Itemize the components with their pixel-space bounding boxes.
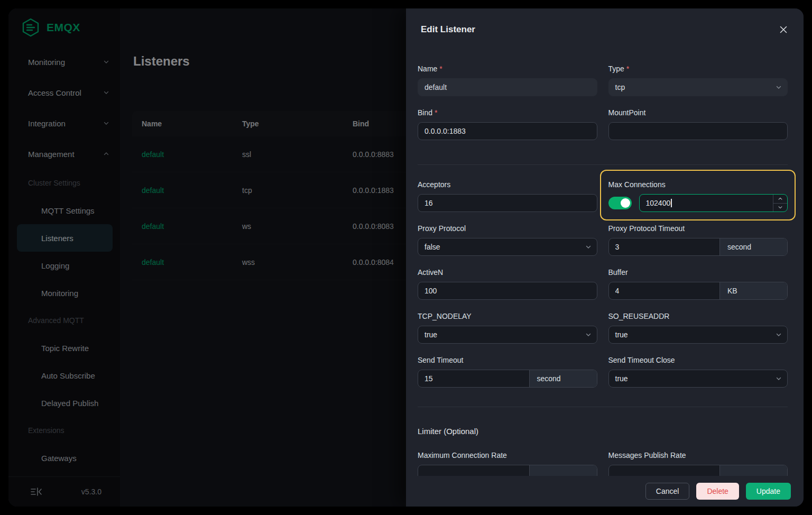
required-mark: *: [435, 108, 437, 117]
chevron-down-icon: [585, 244, 592, 250]
drawer-header: Edit Listener: [406, 8, 804, 42]
update-button[interactable]: Update: [746, 483, 791, 500]
max-connections-input[interactable]: 102400: [639, 194, 788, 212]
proxy-protocol-timeout-label: Proxy Protocol Timeout: [608, 224, 685, 233]
type-select: tcp: [608, 78, 788, 96]
send-timeout-close-label: Send Timeout Close: [608, 356, 675, 364]
number-stepper: [773, 195, 787, 211]
send-timeout-unit[interactable]: second: [529, 370, 597, 387]
send-timeout-input-group: second: [418, 370, 597, 388]
required-mark: *: [439, 65, 442, 73]
proxy-protocol-select[interactable]: false: [418, 238, 597, 256]
buffer-input-group: KB: [608, 282, 788, 300]
messages-publish-rate-unit[interactable]: [719, 465, 787, 476]
drawer-title: Edit Listener: [421, 24, 475, 35]
proxy-protocol-timeout-input[interactable]: [609, 238, 720, 255]
chevron-down-icon: [776, 332, 782, 338]
stepper-down-button[interactable]: [773, 204, 787, 212]
buffer-label: Buffer: [608, 268, 628, 277]
max-connection-rate-input[interactable]: [418, 465, 529, 476]
name-label: Name: [418, 65, 437, 73]
chevron-down-icon: [776, 84, 782, 90]
type-select-value: tcp: [615, 83, 625, 91]
chevron-down-icon: [585, 332, 592, 338]
drawer-footer: Cancel Delete Update: [406, 476, 804, 507]
section-divider: [418, 407, 788, 407]
bind-input[interactable]: [418, 122, 597, 140]
tcp-nodelay-label: TCP_NODELAY: [418, 312, 472, 320]
so-reuseaddr-label: SO_REUSEADDR: [608, 312, 670, 320]
text-cursor: [671, 199, 672, 207]
name-input: [418, 78, 597, 96]
edit-listener-drawer: Edit Listener Name * Type *: [406, 8, 804, 507]
close-icon[interactable]: [779, 25, 788, 34]
tcp-nodelay-value: true: [425, 330, 437, 339]
chevron-down-icon: [776, 375, 782, 382]
drawer-body: Name * Type * tcp: [406, 42, 804, 476]
proxy-protocol-timeout-unit[interactable]: second: [719, 238, 787, 255]
toggle-knob: [621, 198, 630, 208]
limiter-section-title: Limiter (Optional): [418, 427, 788, 436]
so-reuseaddr-value: true: [615, 330, 628, 339]
max-connection-rate-label: Maximum Connection Rate: [418, 451, 507, 459]
max-connections-value: 102400: [646, 199, 671, 207]
send-timeout-input[interactable]: [418, 370, 529, 387]
max-connection-rate-input-group: [418, 465, 597, 476]
type-label: Type: [608, 65, 624, 73]
bind-label: Bind: [418, 108, 432, 117]
mountpoint-input[interactable]: [608, 122, 788, 140]
buffer-unit[interactable]: KB: [719, 282, 787, 299]
proxy-protocol-label: Proxy Protocol: [418, 224, 466, 233]
acceptors-label: Acceptors: [418, 180, 450, 189]
messages-publish-rate-input-group: [608, 465, 788, 476]
proxy-protocol-timeout-input-group: second: [608, 238, 788, 256]
app-window: EMQX Monitoring Access Control Integrati…: [8, 8, 804, 507]
section-divider: [418, 164, 788, 165]
delete-button[interactable]: Delete: [696, 483, 739, 500]
mountpoint-label: MountPoint: [608, 108, 646, 117]
so-reuseaddr-select[interactable]: true: [608, 326, 788, 344]
max-connections-toggle[interactable]: [608, 197, 632, 209]
stepper-up-button[interactable]: [773, 195, 787, 204]
required-mark: *: [626, 65, 629, 73]
send-timeout-close-value: true: [615, 374, 628, 383]
proxy-protocol-value: false: [425, 243, 440, 251]
tcp-nodelay-select[interactable]: true: [418, 326, 597, 344]
activen-input[interactable]: [418, 282, 597, 300]
max-connection-rate-unit[interactable]: [529, 465, 597, 476]
max-connections-label: Max Connections: [608, 180, 666, 189]
send-timeout-label: Send Timeout: [418, 356, 463, 364]
messages-publish-rate-input[interactable]: [609, 465, 720, 476]
activen-label: ActiveN: [418, 268, 443, 277]
buffer-input[interactable]: [609, 282, 720, 299]
messages-publish-rate-label: Messages Publish Rate: [608, 451, 686, 459]
acceptors-input[interactable]: [418, 194, 597, 212]
send-timeout-close-select[interactable]: true: [608, 370, 788, 388]
cancel-button[interactable]: Cancel: [645, 483, 690, 500]
